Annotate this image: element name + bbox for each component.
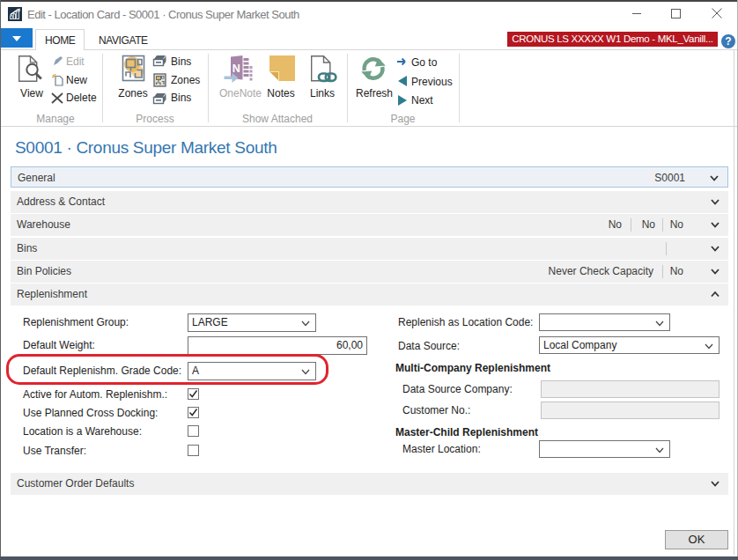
- svg-text:N: N: [232, 63, 240, 75]
